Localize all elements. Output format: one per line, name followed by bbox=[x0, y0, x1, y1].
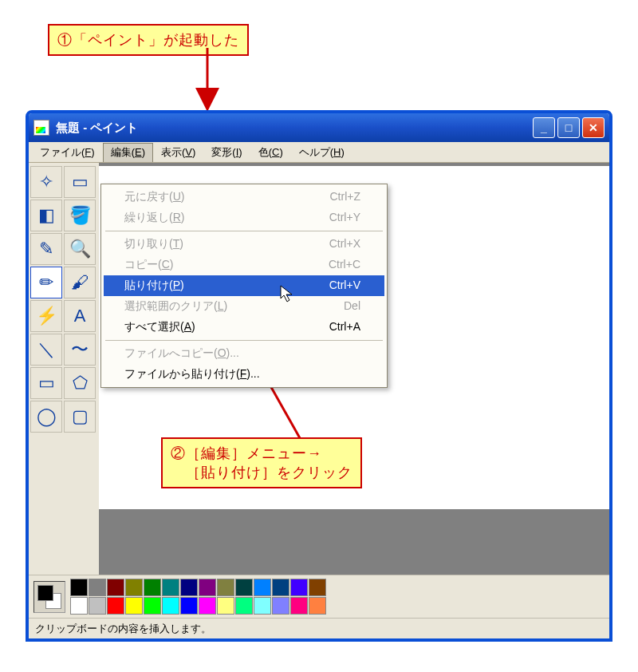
menu-item-ファイルへコピー(O)...: ファイルへコピー(O)... bbox=[104, 343, 384, 364]
fill-tool[interactable]: 🪣 bbox=[64, 200, 96, 231]
color-swatch[interactable] bbox=[125, 597, 143, 615]
rect-select-tool[interactable]: ▭ bbox=[64, 166, 96, 198]
menu-item-shortcut: Ctrl+A bbox=[329, 320, 360, 334]
menu-item-shortcut: Ctrl+X bbox=[329, 237, 360, 251]
foreground-color-swatch bbox=[37, 585, 53, 601]
menu-item-切り取り(T): 切り取り(T)Ctrl+X bbox=[104, 234, 384, 255]
statusbar: クリップボードの内容を挿入します。 bbox=[29, 618, 609, 638]
maximize-button[interactable]: □ bbox=[557, 117, 580, 138]
line-tool[interactable]: ＼ bbox=[30, 334, 62, 366]
status-text: クリップボードの内容を挿入します。 bbox=[35, 622, 211, 636]
airbrush-tool[interactable]: ⚡ bbox=[30, 300, 62, 332]
menu-item-label: 貼り付け(P) bbox=[124, 279, 184, 293]
color-swatch[interactable] bbox=[217, 597, 234, 615]
rect-tool[interactable]: ▭ bbox=[30, 367, 62, 399]
magnifier-tool[interactable]: 🔍 bbox=[64, 233, 96, 265]
menu-item-label: 繰り返し(R) bbox=[124, 211, 184, 225]
menu-ファイル(F)[interactable]: ファイル(F) bbox=[32, 143, 103, 162]
color-swatch[interactable] bbox=[309, 579, 326, 596]
arrow-top-icon bbox=[191, 48, 223, 112]
menu-表示(V)[interactable]: 表示(V) bbox=[153, 143, 203, 162]
color-swatch[interactable] bbox=[162, 579, 179, 596]
menu-item-shortcut: Ctrl+Z bbox=[330, 190, 361, 204]
color-palette bbox=[70, 579, 326, 615]
ellipse-tool[interactable]: ◯ bbox=[30, 401, 62, 433]
menu-item-選択範囲のクリア(L): 選択範囲のクリア(L)Del bbox=[104, 296, 384, 317]
eraser-tool[interactable]: ◧ bbox=[30, 200, 62, 231]
menu-item-label: ファイルから貼り付け(F)... bbox=[124, 367, 260, 381]
menu-item-元に戻す(U): 元に戻す(U)Ctrl+Z bbox=[104, 187, 384, 208]
menu-item-shortcut: Ctrl+Y bbox=[329, 211, 360, 225]
menu-item-ファイルから貼り付け(F)...[interactable]: ファイルから貼り付け(F)... bbox=[104, 364, 384, 385]
menu-separator bbox=[105, 340, 383, 341]
text-tool[interactable]: A bbox=[64, 300, 96, 332]
color-swatch[interactable] bbox=[235, 597, 253, 615]
annotation-top-text: ①「ペイント」が起動した bbox=[57, 32, 239, 48]
menubar: ファイル(F)編集(E)表示(V)変形(I)色(C)ヘルプ(H) bbox=[29, 142, 609, 163]
menu-item-コピー(C): コピー(C)Ctrl+C bbox=[104, 255, 384, 275]
color-swatch[interactable] bbox=[254, 597, 271, 615]
polygon-tool[interactable]: ⬠ bbox=[64, 367, 96, 399]
toolbox: ✧▭◧🪣✎🔍✏🖌⚡A＼〜▭⬠◯▢ bbox=[29, 163, 99, 575]
color-swatch[interactable] bbox=[235, 579, 253, 596]
menu-item-すべて選択(A)[interactable]: すべて選択(A)Ctrl+A bbox=[104, 317, 384, 338]
color-swatch[interactable] bbox=[272, 597, 289, 615]
color-swatch[interactable] bbox=[89, 579, 106, 596]
close-button[interactable]: ✕ bbox=[582, 117, 605, 138]
color-swatch[interactable] bbox=[290, 597, 308, 615]
titlebar: 無題 - ペイント _ □ ✕ bbox=[29, 113, 609, 142]
edit-menu-dropdown: 元に戻す(U)Ctrl+Z繰り返し(R)Ctrl+Y切り取り(T)Ctrl+Xコ… bbox=[100, 184, 388, 388]
picker-tool[interactable]: ✎ bbox=[30, 233, 62, 265]
menu-item-label: 選択範囲のクリア(L) bbox=[124, 299, 227, 314]
brush-tool[interactable]: 🖌 bbox=[64, 267, 96, 298]
window-title: 無題 - ペイント bbox=[56, 121, 533, 136]
menu-item-label: コピー(C) bbox=[124, 258, 173, 272]
minimize-button[interactable]: _ bbox=[533, 117, 555, 138]
menu-ヘルプ(H)[interactable]: ヘルプ(H) bbox=[291, 143, 352, 162]
color-swatch[interactable] bbox=[272, 579, 289, 596]
color-swatch[interactable] bbox=[162, 597, 179, 615]
color-swatch[interactable] bbox=[199, 579, 216, 596]
color-panel bbox=[29, 575, 609, 618]
rounded-rect-tool[interactable]: ▢ bbox=[64, 401, 96, 433]
menu-item-label: ファイルへコピー(O)... bbox=[124, 346, 239, 361]
menu-item-shortcut: Ctrl+C bbox=[329, 258, 360, 272]
annotation-bottom-line2: ［貼り付け］をクリック bbox=[171, 464, 352, 480]
color-swatch[interactable] bbox=[144, 597, 161, 615]
color-swatch[interactable] bbox=[70, 579, 88, 596]
color-swatch[interactable] bbox=[217, 579, 234, 596]
color-swatch[interactable] bbox=[125, 579, 143, 596]
annotation-bottom-line1: ②［編集］メニュー→ bbox=[171, 445, 322, 461]
mouse-cursor-icon bbox=[279, 284, 298, 303]
menu-item-shortcut: Del bbox=[344, 299, 360, 314]
menu-変形(I)[interactable]: 変形(I) bbox=[203, 143, 250, 162]
color-swatch[interactable] bbox=[199, 597, 216, 615]
color-swatch[interactable] bbox=[144, 579, 161, 596]
menu-色(C)[interactable]: 色(C) bbox=[250, 143, 291, 162]
menu-item-繰り返し(R): 繰り返し(R)Ctrl+Y bbox=[104, 208, 384, 228]
menu-item-shortcut: Ctrl+V bbox=[329, 279, 360, 293]
app-icon bbox=[33, 120, 49, 136]
menu-item-label: 元に戻す(U) bbox=[124, 190, 184, 204]
menu-item-label: すべて選択(A) bbox=[124, 320, 195, 334]
color-swatch[interactable] bbox=[180, 597, 198, 615]
window-controls: _ □ ✕ bbox=[533, 117, 605, 138]
menu-item-貼り付け(P)[interactable]: 貼り付け(P)Ctrl+V bbox=[104, 275, 384, 296]
menu-編集(E)[interactable]: 編集(E) bbox=[103, 143, 153, 162]
annotation-bottom: ②［編集］メニュー→ ［貼り付け］をクリック bbox=[161, 437, 362, 488]
menu-item-label: 切り取り(T) bbox=[124, 237, 183, 251]
curve-tool[interactable]: 〜 bbox=[64, 334, 96, 366]
color-swatch[interactable] bbox=[107, 579, 124, 596]
free-select-tool[interactable]: ✧ bbox=[30, 166, 62, 198]
color-swatch[interactable] bbox=[309, 597, 326, 615]
paint-window: 無題 - ペイント _ □ ✕ ファイル(F)編集(E)表示(V)変形(I)色(… bbox=[26, 110, 612, 642]
color-swatch[interactable] bbox=[107, 597, 124, 615]
color-swatch[interactable] bbox=[180, 579, 198, 596]
color-swatch[interactable] bbox=[254, 579, 271, 596]
color-swatch[interactable] bbox=[89, 597, 106, 615]
fg-bg-indicator[interactable] bbox=[33, 581, 65, 613]
color-swatch[interactable] bbox=[290, 579, 308, 596]
color-swatch[interactable] bbox=[70, 597, 88, 615]
pencil-tool[interactable]: ✏ bbox=[30, 267, 62, 298]
menu-separator bbox=[105, 231, 383, 231]
